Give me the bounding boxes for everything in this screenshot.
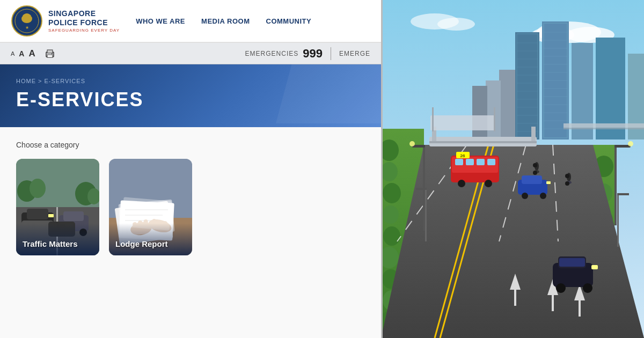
svg-rect-108	[514, 290, 516, 306]
city-road-scene: 26	[381, 0, 644, 338]
emergency-number: 999	[303, 47, 323, 61]
svg-rect-151	[559, 258, 585, 267]
font-large-button[interactable]: A	[28, 48, 35, 59]
font-size-controls: A A A	[11, 48, 55, 59]
accessibility-toolbar: A A A EMERGENCIES 999 EMERGE	[0, 43, 381, 64]
svg-rect-119	[425, 188, 427, 241]
emergency-divider	[331, 47, 331, 60]
svg-rect-112	[579, 300, 581, 317]
svg-text:26: 26	[460, 153, 465, 158]
svg-rect-17	[27, 209, 48, 219]
svg-rect-156	[430, 115, 495, 130]
spf-logo-text: SINGAPORE POLICE FORCE SAFEGUARDING EVER…	[48, 9, 120, 33]
content-section: Choose a category	[0, 127, 381, 338]
svg-text:★: ★	[25, 25, 29, 30]
lodge-card-label: Lodge Report	[115, 239, 168, 248]
svg-rect-157	[432, 107, 434, 131]
spf-name: SINGAPORE POLICE FORCE	[48, 9, 120, 27]
svg-rect-120	[416, 188, 427, 190]
svg-rect-82	[564, 128, 644, 129]
svg-rect-128	[487, 159, 495, 165]
svg-point-135	[522, 193, 528, 199]
svg-point-140	[533, 163, 537, 167]
logo-area[interactable]: ★ SINGAPORE POLICE FORCE SAFEGUARDING EV…	[11, 5, 120, 37]
svg-point-88	[383, 226, 400, 246]
nav-media-room[interactable]: MEDIA ROOM	[201, 17, 250, 25]
svg-point-141	[533, 171, 537, 175]
svg-rect-122	[617, 193, 629, 195]
svg-point-85	[381, 162, 398, 181]
nav-who-we-are[interactable]: WHO WE ARE	[136, 17, 185, 25]
svg-rect-155	[531, 127, 536, 141]
svg-point-148	[556, 283, 566, 293]
nav-community[interactable]: COMMUNITY	[266, 17, 312, 25]
emergency-info: EMERGENCIES 999 EMERGE	[245, 47, 370, 61]
svg-rect-121	[617, 193, 619, 247]
svg-rect-81	[564, 123, 644, 128]
svg-rect-134	[522, 175, 542, 184]
svg-rect-22	[63, 211, 84, 221]
right-panel: 26	[381, 0, 644, 338]
emergencies-label: EMERGENCIES	[245, 50, 299, 57]
svg-rect-80	[472, 86, 487, 139]
svg-rect-116	[614, 145, 617, 225]
svg-point-145	[565, 181, 569, 186]
font-medium-button[interactable]: A	[19, 49, 24, 58]
site-header: ★ SINGAPORE POLICE FORCE SAFEGUARDING EV…	[0, 0, 381, 43]
svg-point-132	[485, 180, 492, 187]
svg-point-131	[458, 180, 465, 187]
svg-point-115	[409, 141, 415, 146]
emergency-label2: EMERGE	[339, 50, 370, 57]
svg-point-11	[30, 179, 46, 198]
main-nav: WHO WE ARE MEDIA ROOM COMMUNITY	[136, 17, 311, 25]
svg-point-87	[383, 205, 399, 224]
lodge-report-card[interactable]: Lodge Report	[109, 159, 192, 255]
traffic-matters-card[interactable]: Traffic Matters	[16, 159, 99, 255]
svg-rect-7	[47, 55, 53, 57]
traffic-card-overlay: Traffic Matters	[16, 223, 99, 255]
category-label: Choose a category	[16, 141, 365, 149]
svg-point-86	[383, 183, 401, 203]
spf-emblem-icon: ★	[11, 5, 43, 37]
left-panel: ★ SINGAPORE POLICE FORCE SAFEGUARDING EV…	[0, 0, 381, 338]
lodge-card-overlay: Lodge Report	[109, 223, 192, 255]
svg-rect-127	[477, 159, 485, 165]
svg-rect-110	[552, 295, 554, 311]
svg-rect-126	[466, 159, 474, 165]
svg-rect-158	[494, 107, 495, 131]
svg-point-8	[52, 53, 53, 54]
svg-point-45	[437, 18, 475, 31]
spf-tagline: SAFEGUARDING EVERY DAY	[48, 28, 120, 33]
panel-separator	[381, 0, 383, 338]
hero-section: HOME > E-SERVICES E-SERVICES	[0, 64, 381, 127]
svg-rect-137	[546, 181, 551, 184]
svg-rect-153	[429, 141, 537, 143]
svg-rect-117	[614, 145, 631, 148]
svg-rect-79	[486, 80, 501, 139]
page-title: E-SERVICES	[16, 89, 365, 111]
svg-point-144	[565, 174, 569, 178]
svg-rect-78	[499, 70, 515, 139]
svg-rect-125	[455, 159, 463, 165]
svg-point-118	[628, 141, 633, 146]
svg-rect-150	[591, 265, 598, 269]
print-icon[interactable]	[45, 49, 55, 58]
svg-point-149	[583, 283, 592, 293]
font-small-button[interactable]: A	[11, 50, 14, 57]
category-cards: Traffic Matters	[16, 159, 365, 255]
svg-rect-20	[48, 214, 54, 217]
traffic-card-label: Traffic Matters	[23, 239, 78, 248]
svg-rect-6	[47, 50, 53, 53]
breadcrumb: HOME > E-SERVICES	[16, 78, 365, 84]
svg-point-136	[540, 193, 546, 199]
